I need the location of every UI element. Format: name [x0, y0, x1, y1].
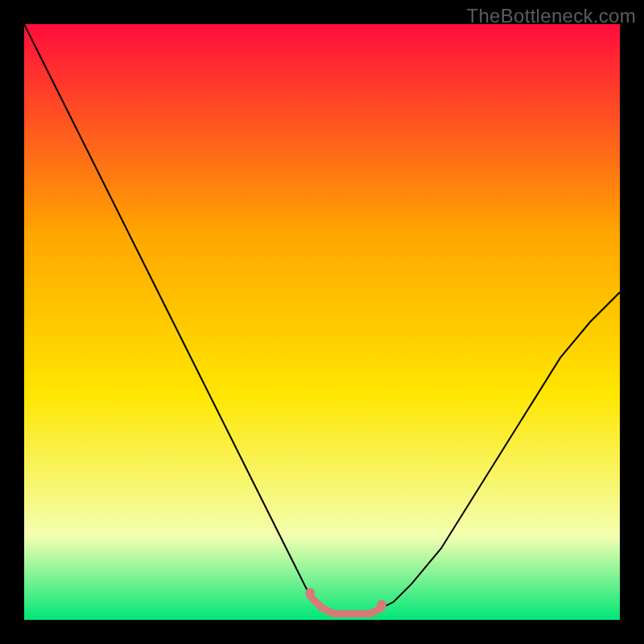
plot-area — [24, 24, 620, 620]
gradient-background — [24, 24, 620, 620]
chart-frame: TheBottleneck.com — [0, 0, 644, 644]
watermark-text: TheBottleneck.com — [466, 5, 636, 27]
optimal-zone-end-dot — [305, 588, 315, 597]
chart-svg — [24, 24, 620, 620]
optimal-zone-end-dot — [377, 600, 386, 609]
